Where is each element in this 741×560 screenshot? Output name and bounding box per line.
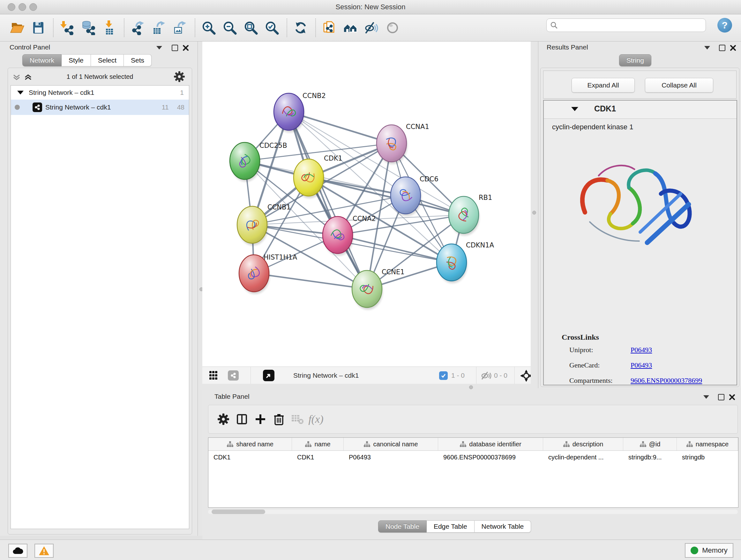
tab-network[interactable]: Network bbox=[22, 54, 62, 66]
network-node-ccnb1[interactable]: CCNB1 bbox=[237, 203, 291, 246]
show-graphics-details-icon[interactable] bbox=[384, 19, 401, 37]
crosslink-value-link[interactable]: P06493 bbox=[630, 361, 652, 369]
split-columns-icon[interactable] bbox=[232, 410, 251, 429]
network-edge[interactable] bbox=[338, 235, 452, 262]
column-header-id[interactable]: @id bbox=[623, 438, 677, 450]
hide-selected-icon[interactable] bbox=[363, 19, 380, 37]
network-node-ccna1[interactable]: CCNA1 bbox=[377, 123, 429, 164]
zoom-in-icon[interactable] bbox=[200, 19, 217, 37]
save-session-icon[interactable] bbox=[30, 19, 47, 37]
network-options-gear-icon[interactable] bbox=[174, 71, 185, 82]
birds-eye-view-icon[interactable] bbox=[263, 370, 274, 381]
tab-select[interactable]: Select bbox=[91, 54, 124, 66]
cloud-status-button[interactable] bbox=[8, 544, 27, 558]
network-node-cdkn1a[interactable]: CDKN1A bbox=[436, 241, 494, 283]
function-builder-icon[interactable]: f(x) bbox=[307, 410, 325, 429]
string-view-icon[interactable] bbox=[228, 370, 239, 381]
crosslink-value-link[interactable]: P06493 bbox=[630, 346, 652, 354]
column-header-database-identifier[interactable]: database identifier bbox=[438, 438, 543, 450]
panel-float-icon[interactable] bbox=[718, 394, 724, 400]
table-hscrollbar[interactable] bbox=[208, 509, 738, 514]
zoom-selected-icon[interactable] bbox=[264, 19, 280, 37]
column-header-namespace[interactable]: namespace bbox=[677, 438, 738, 450]
panel-menu-caret-icon[interactable] bbox=[704, 46, 710, 50]
tab-node-table[interactable]: Node Table bbox=[378, 520, 427, 533]
network-node-ccna2[interactable]: CCNA2 bbox=[323, 215, 376, 256]
crosslink-value-link[interactable]: 9606.ENSP00000378699 bbox=[630, 376, 702, 385]
right-splitter[interactable] bbox=[531, 42, 538, 388]
panel-close-icon[interactable] bbox=[729, 394, 735, 400]
tab-edge-table[interactable]: Edge Table bbox=[427, 520, 475, 533]
grid-view-icon[interactable] bbox=[209, 371, 220, 380]
section-caret-icon[interactable] bbox=[571, 107, 578, 111]
help-button[interactable]: ? bbox=[718, 18, 732, 33]
tab-sets[interactable]: Sets bbox=[124, 54, 151, 66]
zoom-out-icon[interactable] bbox=[221, 19, 238, 37]
delete-column-icon[interactable] bbox=[270, 410, 288, 429]
search-box[interactable] bbox=[546, 18, 706, 32]
panel-float-icon[interactable] bbox=[172, 45, 178, 51]
node-label: CCNB1 bbox=[267, 203, 291, 211]
gene-section: CDK1 cyclin-dependent kinase 1 bbox=[543, 100, 737, 385]
panel-menu-caret-icon[interactable] bbox=[703, 395, 709, 399]
open-file-icon[interactable] bbox=[9, 19, 25, 37]
panel-float-icon[interactable] bbox=[719, 45, 725, 51]
tab-style[interactable]: Style bbox=[62, 54, 91, 66]
toolbar-separator bbox=[315, 18, 316, 37]
tab-network-table[interactable]: Network Table bbox=[475, 520, 531, 533]
column-header-name[interactable]: name bbox=[292, 438, 344, 450]
first-neighbors-icon[interactable] bbox=[342, 19, 359, 37]
gene-section-header[interactable]: CDK1 bbox=[544, 101, 737, 119]
panel-close-icon[interactable] bbox=[183, 45, 189, 51]
node-label: RB1 bbox=[479, 194, 492, 201]
network-collection-row[interactable]: String Network – cdk1 1 bbox=[11, 85, 189, 100]
table-panel: Table Panel f(x) shared namenamecanonica… bbox=[202, 390, 741, 540]
add-column-icon[interactable] bbox=[251, 410, 270, 429]
hidden-eye-slash-icon[interactable] bbox=[481, 371, 491, 380]
table-settings-gear-icon[interactable] bbox=[214, 410, 232, 429]
collection-count: 1 bbox=[180, 89, 184, 97]
export-network-to-file-icon[interactable] bbox=[130, 19, 146, 37]
import-network-from-database-icon[interactable] bbox=[80, 19, 96, 37]
delete-table-icon[interactable] bbox=[288, 410, 307, 429]
import-table-from-file-icon[interactable] bbox=[101, 19, 118, 37]
column-header-canonical-name[interactable]: canonical name bbox=[344, 438, 438, 450]
string-results-content: Expand All Collapse All CDK1 cyclin-depe… bbox=[540, 68, 739, 387]
node-label: CDC6 bbox=[420, 175, 439, 183]
network-node-hist1h1a[interactable]: HIST1H1A bbox=[239, 253, 297, 294]
import-network-from-file-icon[interactable] bbox=[59, 19, 75, 37]
export-table-to-file-icon[interactable] bbox=[151, 19, 167, 37]
horizontal-splitter-grip[interactable] bbox=[469, 385, 473, 389]
network-edge[interactable] bbox=[289, 112, 367, 289]
network-canvas[interactable]: CCNB2 CCNA1 CDC25B CDK1 CDC6 RB1 bbox=[202, 42, 531, 367]
table-row[interactable]: CDK1CDK1P064939606.ENSP00000378699cyclin… bbox=[208, 451, 738, 463]
network-node-ccnb2[interactable]: CCNB2 bbox=[274, 92, 326, 132]
table-panel-title: Table Panel bbox=[214, 393, 250, 400]
network-node-rb1[interactable]: RB1 bbox=[449, 194, 492, 236]
memory-button[interactable]: Memory bbox=[685, 543, 733, 558]
expand-all-button[interactable]: Expand All bbox=[571, 78, 635, 92]
column-header-label: name bbox=[314, 441, 330, 448]
table-panel-tabs: Node TableEdge TableNetwork Table bbox=[378, 520, 531, 533]
network-edge[interactable] bbox=[254, 273, 367, 289]
export-image-icon[interactable] bbox=[172, 19, 188, 37]
panel-close-icon[interactable] bbox=[730, 45, 736, 51]
network-node-ccne1[interactable]: CCNE1 bbox=[352, 268, 405, 310]
panel-menu-caret-icon[interactable] bbox=[156, 46, 162, 50]
zoom-fit-icon[interactable] bbox=[243, 19, 259, 37]
column-header-shared-name[interactable]: shared name bbox=[208, 438, 292, 450]
clone-network-icon[interactable] bbox=[321, 19, 338, 37]
update-network-icon[interactable] bbox=[292, 19, 309, 37]
search-input[interactable] bbox=[558, 21, 700, 29]
tab-string[interactable]: String bbox=[619, 54, 651, 66]
tree-expand-caret-icon[interactable] bbox=[17, 91, 23, 95]
right-splitter-grip[interactable] bbox=[532, 211, 536, 214]
node-label: HIST1H1A bbox=[264, 253, 297, 261]
warnings-button[interactable] bbox=[35, 544, 54, 558]
table-hscrollbar-thumb[interactable] bbox=[212, 509, 265, 514]
network-row[interactable]: String Network – cdk1 11 48 bbox=[11, 100, 189, 115]
table-cell: CDK1 bbox=[292, 451, 344, 463]
column-header-description[interactable]: description bbox=[543, 438, 623, 450]
selected-checkbox-icon[interactable] bbox=[439, 371, 448, 380]
collapse-all-button[interactable]: Collapse All bbox=[645, 78, 713, 92]
